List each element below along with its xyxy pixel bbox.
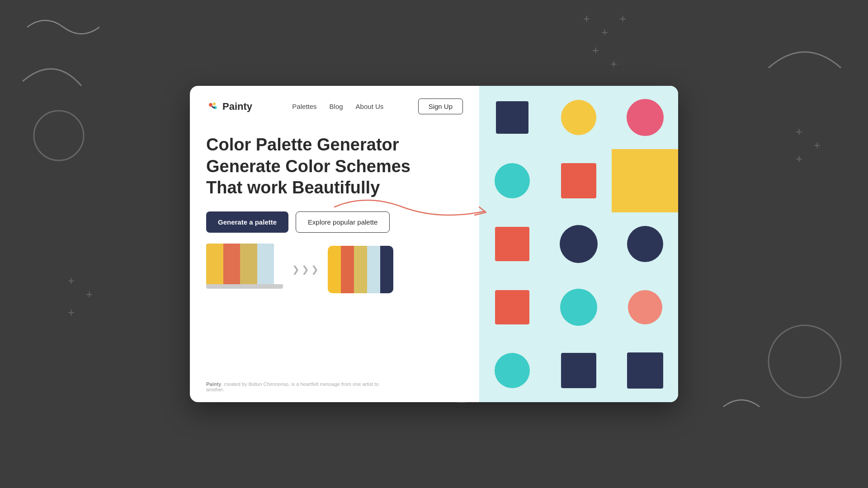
palette-stripe-4	[367, 246, 380, 293]
hero-title: Color Palette Generator Generate Color S…	[206, 134, 423, 199]
cell-1	[479, 86, 546, 149]
cell-8	[546, 212, 612, 276]
nav-links: Palettes Blog About Us	[272, 103, 404, 110]
shape-2	[561, 100, 596, 135]
nav-palettes[interactable]: Palettes	[292, 103, 316, 110]
svg-point-0	[34, 111, 84, 160]
cell-4	[479, 149, 546, 212]
svg-point-15	[213, 103, 216, 105]
shape-13	[495, 353, 530, 388]
svg-text:+: +	[68, 274, 75, 287]
cell-11	[546, 276, 612, 339]
svg-text:+: +	[583, 12, 590, 25]
svg-text:+: +	[796, 152, 802, 165]
svg-text:+: +	[610, 57, 617, 70]
svg-text:+: +	[601, 25, 608, 39]
svg-text:+: +	[592, 43, 599, 57]
nav-about[interactable]: About Us	[356, 103, 384, 110]
footer-text: Painty, created by Ibidun Chimnonso, is …	[206, 381, 387, 392]
hero-line1: Color Palette Generator	[206, 135, 399, 154]
button-group: Generate a palette Explore popular palet…	[206, 211, 463, 233]
laptop-screen	[206, 244, 274, 284]
svg-text:+: +	[68, 305, 75, 319]
generate-palette-button[interactable]: Generate a palette	[206, 211, 288, 233]
cell-14	[546, 339, 612, 402]
laptop-mockup	[206, 244, 283, 296]
svg-text:+: +	[86, 287, 93, 301]
laptop-stripe-3	[240, 244, 257, 284]
cell-13	[479, 339, 546, 402]
shape-3	[627, 99, 664, 136]
svg-text:+: +	[814, 138, 821, 152]
explore-palette-button[interactable]: Explore popular palette	[296, 211, 390, 233]
arrow-1: ❯	[292, 264, 300, 275]
shape-5	[561, 163, 596, 198]
nav-blog[interactable]: Blog	[330, 103, 343, 110]
hero-line3-text: That work Beautifully	[206, 178, 380, 197]
cell-6	[612, 149, 678, 212]
shape-9	[627, 226, 663, 262]
main-card: Painty Palettes Blog About Us Sign Up Co…	[190, 86, 678, 402]
shape-12	[628, 290, 662, 324]
signup-button[interactable]: Sign Up	[418, 99, 463, 114]
shape-1	[496, 101, 528, 134]
cell-3	[612, 86, 678, 149]
palette-stripe-5	[380, 246, 393, 293]
logo-icon	[206, 100, 219, 113]
laptop-stripe-1	[206, 244, 223, 284]
svg-text:+: +	[619, 12, 626, 25]
hero-line2: Generate Color Schemes	[206, 157, 410, 176]
logo[interactable]: Painty	[206, 100, 252, 113]
arrow-3: ❯	[311, 264, 319, 275]
logo-text: Painty	[222, 101, 252, 113]
footer-description: , created by Ibidun Chimnonso, is a hear…	[206, 381, 379, 392]
shape-15	[627, 352, 663, 389]
svg-point-1	[769, 325, 841, 398]
cell-12	[612, 276, 678, 339]
cell-2	[546, 86, 612, 149]
palette-stripe-2	[341, 246, 354, 293]
cell-7	[479, 212, 546, 276]
arrows: ❯ ❯ ❯	[292, 264, 319, 275]
shape-11	[560, 289, 597, 326]
color-grid	[479, 86, 678, 402]
shape-14	[561, 353, 596, 388]
cell-15	[612, 339, 678, 402]
footer-brand: Painty	[206, 381, 221, 387]
shape-7	[495, 227, 529, 261]
palette-mockup	[328, 246, 393, 293]
cell-10	[479, 276, 546, 339]
cell-9	[612, 212, 678, 276]
illustration-section: ❯ ❯ ❯	[190, 233, 479, 296]
hero-section: Color Palette Generator Generate Color S…	[190, 123, 479, 233]
shape-4	[495, 163, 530, 198]
svg-point-14	[209, 103, 212, 107]
laptop-stripe-4	[257, 244, 274, 284]
svg-text:+: +	[796, 125, 802, 138]
arrow-2: ❯	[302, 264, 309, 275]
shape-8	[560, 225, 598, 263]
laptop-base	[206, 284, 283, 289]
shape-10	[495, 290, 529, 324]
navbar: Painty Palettes Blog About Us Sign Up	[190, 86, 479, 123]
palette-stripe-1	[328, 246, 341, 293]
hero-line3: That work Beautifully	[206, 178, 380, 197]
cell-5	[546, 149, 612, 212]
laptop-stripe-2	[223, 244, 241, 284]
left-panel: Painty Palettes Blog About Us Sign Up Co…	[190, 86, 479, 402]
palette-stripe-3	[354, 246, 367, 293]
